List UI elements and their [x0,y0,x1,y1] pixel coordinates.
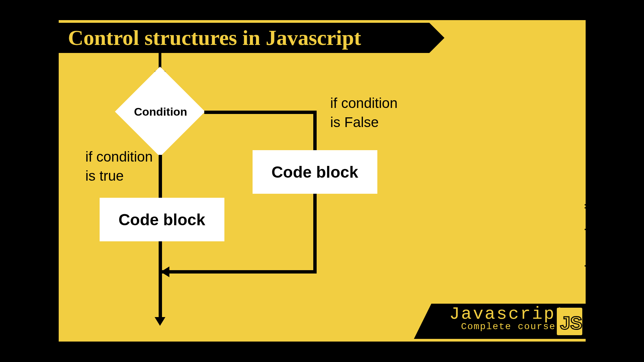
merge-arrow-head [161,266,169,277]
website-credit: © www.learnsimpli.com [583,174,598,313]
true-label-line2: is true [86,168,124,184]
condition-label: Condition [134,105,187,118]
diagram-canvas: Control structures in Javascript © www.l… [59,20,586,342]
false-label-line2: is False [330,114,379,130]
exit-vertical [159,241,162,318]
false-code-block-text: Code block [271,163,358,181]
true-code-block-text: Code block [118,210,205,229]
true-label: if condition is true [86,147,153,185]
exit-arrow-head [155,317,165,326]
false-merge-horizontal [161,270,317,274]
false-label: if condition is False [330,94,398,132]
false-branch-horizontal [204,111,317,114]
js-badge-icon: JS [557,308,582,335]
false-label-line1: if condition [330,95,398,111]
false-merge-vertical [313,194,317,274]
true-branch-vertical [159,155,162,198]
title-banner: Control structures in Javascript [59,23,429,53]
true-code-block: Code block [100,198,224,241]
false-branch-vertical [313,111,317,150]
svg-text:JS: JS [560,313,582,333]
true-label-line1: if condition [86,149,153,165]
page-title: Control structures in Javascript [68,26,361,50]
footer-banner: Javascript Complete course JS [431,304,586,339]
false-code-block: Code block [253,150,377,194]
